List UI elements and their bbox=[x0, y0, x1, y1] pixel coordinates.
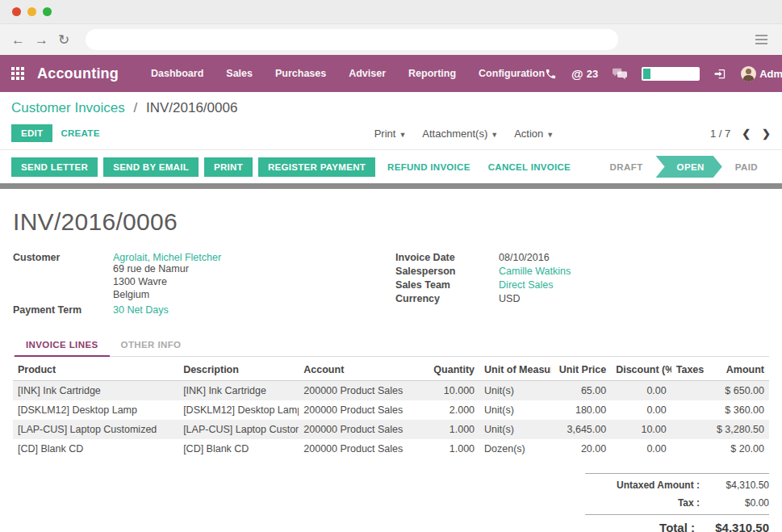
cell: 1.000 bbox=[427, 439, 479, 459]
send-letter-button[interactable]: SEND LETTER bbox=[11, 157, 98, 177]
column-header-taxes: Taxes bbox=[671, 358, 705, 381]
invoice-lines-header-row: ProductDescriptionAccountQuantityUnit of… bbox=[13, 358, 769, 381]
total-value: $4,310.50 bbox=[695, 521, 769, 532]
cell: $ 20.00 bbox=[705, 439, 769, 459]
cell: [INK] Ink Cartridge bbox=[13, 381, 178, 401]
cell: $ 650.00 bbox=[705, 381, 769, 401]
breadcrumb-current: INV/2016/0006 bbox=[146, 100, 237, 115]
state-draft: DRAFT bbox=[597, 162, 656, 172]
phone-icon[interactable] bbox=[545, 68, 557, 80]
column-header-description: Description bbox=[178, 358, 299, 381]
pager-value: 1 / 7 bbox=[710, 128, 730, 140]
pager-next-icon[interactable]: ❯ bbox=[762, 128, 771, 140]
tax-value: $0.00 bbox=[700, 497, 769, 509]
address-bar[interactable] bbox=[86, 29, 618, 50]
window-titlebar bbox=[0, 0, 782, 24]
currency-label: Currency bbox=[395, 293, 499, 304]
window-zoom-icon[interactable] bbox=[43, 7, 52, 16]
breadcrumb-separator: / bbox=[134, 100, 138, 115]
table-row[interactable]: [CD] Blank CD[CD] Blank CD200000 Product… bbox=[13, 439, 769, 459]
notebook-tabs: INVOICE LINES OTHER INFO bbox=[13, 335, 769, 357]
cell: [LAP-CUS] Laptop Customized bbox=[13, 420, 178, 439]
create-button[interactable]: CREATE bbox=[52, 124, 107, 142]
at-icon: @ bbox=[571, 67, 583, 81]
salesperson-link[interactable]: Camille Watkins bbox=[499, 266, 571, 277]
breadcrumb-parent[interactable]: Customer Invoices bbox=[11, 100, 125, 115]
divider-bar bbox=[0, 183, 782, 189]
status-widget: DRAFT OPEN PAID bbox=[597, 156, 771, 178]
right-field-group: Invoice Date 08/10/2016 Salesperson Cami… bbox=[395, 252, 571, 316]
invoice-lines-body: [INK] Ink Cartridge[INK] Ink Cartridge20… bbox=[13, 381, 769, 459]
reload-icon[interactable]: ↻ bbox=[58, 33, 69, 47]
cell: $ 360.00 bbox=[705, 400, 769, 420]
cell: 180.00 bbox=[551, 400, 612, 420]
cell: [CD] Blank CD bbox=[13, 439, 178, 459]
forward-icon[interactable]: → bbox=[35, 33, 48, 47]
cell: Dozen(s) bbox=[479, 439, 551, 459]
invoice-lines-table: ProductDescriptionAccountQuantityUnit of… bbox=[13, 358, 769, 459]
search-cursor-icon bbox=[643, 69, 650, 79]
table-row[interactable]: [DSKLM12] Desktop Lamp[DSKLM12] Desktop … bbox=[13, 400, 769, 420]
table-row[interactable]: [INK] Ink Cartridge[INK] Ink Cartridge20… bbox=[13, 381, 769, 401]
window-minimize-icon[interactable] bbox=[27, 7, 36, 16]
cell: [INK] Ink Cartridge bbox=[178, 381, 299, 401]
payment-term-link[interactable]: 30 Net Days bbox=[113, 304, 221, 316]
tab-other-info[interactable]: OTHER INFO bbox=[110, 335, 193, 356]
cell: Unit(s) bbox=[479, 381, 551, 401]
cell: 0.00 bbox=[611, 381, 671, 401]
salesperson-label: Salesperson bbox=[395, 266, 499, 277]
print-dropdown[interactable]: Print▼ bbox=[374, 128, 407, 140]
cell: 0.00 bbox=[611, 439, 671, 459]
customer-link[interactable]: Agrolait, Michel Fletcher bbox=[113, 252, 221, 263]
menu-item-purchases[interactable]: Purchases bbox=[275, 68, 326, 79]
table-row[interactable]: [LAP-CUS] Laptop Customized[LAP-CUS] Lap… bbox=[13, 420, 769, 439]
browser-menu-icon[interactable] bbox=[752, 31, 771, 48]
sign-in-icon[interactable] bbox=[714, 68, 726, 80]
window-close-icon[interactable] bbox=[12, 7, 21, 16]
refund-invoice-button[interactable]: REFUND INVOICE bbox=[381, 157, 477, 177]
column-header-unit-price: Unit Price bbox=[551, 358, 612, 381]
totals-block: Untaxed Amount : $4,310.50 Tax : $0.00 T… bbox=[585, 473, 769, 532]
total-label: Total : bbox=[659, 521, 695, 532]
column-header-unit-of-measure: Unit of Measure bbox=[479, 358, 551, 381]
action-dropdown[interactable]: Action▼ bbox=[514, 128, 554, 140]
cell: 0.00 bbox=[611, 400, 671, 420]
state-open: OPEN bbox=[656, 156, 722, 178]
sales-team-link[interactable]: Direct Sales bbox=[499, 279, 571, 291]
print-button[interactable]: PRINT bbox=[204, 157, 253, 177]
back-icon[interactable]: ← bbox=[11, 33, 25, 47]
mentions-icon[interactable]: @ 23 bbox=[571, 67, 598, 81]
cell: 10.000 bbox=[427, 381, 479, 401]
register-payment-button[interactable]: REGISTER PAYMENT bbox=[258, 157, 375, 177]
tab-invoice-lines[interactable]: INVOICE LINES bbox=[15, 335, 110, 357]
menu-item-configuration[interactable]: Configuration bbox=[479, 68, 545, 79]
navbar-search-input[interactable] bbox=[642, 67, 700, 81]
cell: 20.00 bbox=[551, 439, 612, 459]
menu-item-dashboard[interactable]: Dashboard bbox=[151, 68, 203, 79]
user-menu[interactable]: Administrator ▼ bbox=[741, 66, 782, 82]
menu-item-sales[interactable]: Sales bbox=[226, 68, 253, 79]
app-navbar: Accounting Dashboard Sales Purchases Adv… bbox=[0, 55, 782, 92]
menu-item-adviser[interactable]: Adviser bbox=[349, 68, 386, 79]
attachments-dropdown[interactable]: Attachment(s)▼ bbox=[422, 128, 498, 140]
cell: 200000 Product Sales bbox=[299, 381, 426, 401]
pager-previous-icon[interactable]: ❮ bbox=[742, 128, 751, 140]
edit-button[interactable]: EDIT bbox=[11, 124, 52, 142]
untaxed-amount-label: Untaxed Amount : bbox=[617, 480, 700, 491]
cell: Unit(s) bbox=[479, 400, 551, 420]
chat-icon[interactable] bbox=[613, 68, 627, 80]
menu-item-reporting[interactable]: Reporting bbox=[408, 68, 456, 79]
cell: 200000 Product Sales bbox=[299, 400, 426, 420]
invoice-date-value: 08/10/2016 bbox=[499, 252, 571, 263]
column-header-product: Product bbox=[13, 358, 178, 381]
invoice-number-title: INV/2016/0006 bbox=[13, 208, 769, 236]
currency-value: USD bbox=[499, 293, 571, 304]
send-by-email-button[interactable]: SEND BY EMAIL bbox=[103, 157, 199, 177]
cancel-invoice-button[interactable]: CANCEL INVOICE bbox=[482, 157, 577, 177]
invoice-form: INV/2016/0006 Customer Agrolait, Michel … bbox=[0, 189, 782, 532]
untaxed-amount-value: $4,310.50 bbox=[700, 480, 769, 491]
chevron-down-icon: ▼ bbox=[399, 131, 406, 139]
app-name[interactable]: Accounting bbox=[37, 65, 119, 82]
apps-grid-icon[interactable] bbox=[11, 67, 24, 80]
mention-count: 23 bbox=[587, 68, 598, 80]
